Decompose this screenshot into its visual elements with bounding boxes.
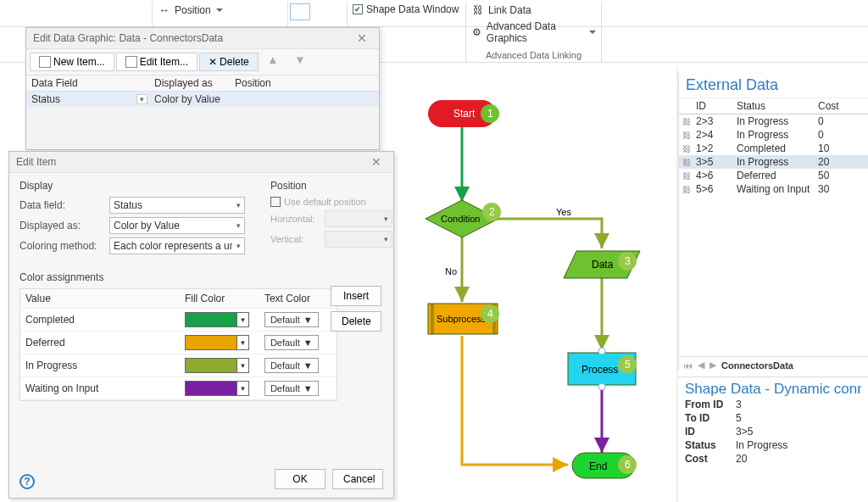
tab-label[interactable]: ConnectorsData xyxy=(721,360,793,371)
fill-color-swatch[interactable] xyxy=(185,312,237,327)
ribbon-group-link: ⛓ Link Data ⚙ Advanced Data Graphics xyxy=(466,2,602,26)
fill-color-swatch[interactable] xyxy=(185,358,237,373)
text-color-dropdown[interactable]: Default ▼ xyxy=(264,381,319,396)
ribbon-bar: ↔ Position Shape Data Window ⛓ Link Data… xyxy=(0,0,868,27)
drawing-canvas[interactable]: Start 1 Condition 2 Yes No Data 3 Subpro… xyxy=(398,66,678,502)
tab-prev-icon[interactable]: ◀ xyxy=(698,360,704,371)
external-data-tabs: ⏮ ◀ ▶ ConnectorsData xyxy=(678,356,868,373)
link-icon xyxy=(679,142,694,154)
fill-color-swatch[interactable] xyxy=(185,381,237,396)
assignment-row[interactable]: In Progress ▼ Default ▼ xyxy=(20,354,337,377)
svg-text:6: 6 xyxy=(625,459,631,471)
checkbox-on-icon xyxy=(353,4,363,14)
tab-first-icon[interactable]: ⏮ xyxy=(683,360,693,371)
delete-button[interactable]: Delete xyxy=(331,311,381,332)
svg-text:Condition: Condition xyxy=(441,214,480,224)
svg-point-23 xyxy=(598,348,605,354)
dialog-toolbar: New Item... Edit Item... ✕ Delete ▲ ▼ xyxy=(26,49,379,75)
col-position: Position xyxy=(235,77,271,89)
assignment-row[interactable]: Waiting on Input ▼ Default ▼ xyxy=(20,377,337,400)
move-up-button[interactable]: ▲ xyxy=(260,53,286,71)
close-button[interactable]: ✕ xyxy=(352,31,372,46)
tab-next-icon[interactable]: ▶ xyxy=(709,360,716,371)
shape-data-title: Shape Data - Dynamic conn xyxy=(685,381,861,398)
delete-button[interactable]: ✕ Delete xyxy=(199,53,259,71)
link-icon: ⛓ xyxy=(471,3,485,17)
ribbon-group-position: ↔ Position xyxy=(153,2,288,26)
svg-point-24 xyxy=(598,383,605,390)
position-section-title: Position xyxy=(270,180,398,192)
fill-color-swatch[interactable] xyxy=(185,335,237,350)
color-assignments-table: Value Fill Color Text Color Completed ▼ … xyxy=(19,288,337,401)
ribbon-group-show xyxy=(288,2,348,26)
insert-button[interactable]: Insert xyxy=(331,286,381,306)
dialog-titlebar: Edit Data Graphic: Data - ConnectorsData… xyxy=(26,28,379,49)
edit-item-button[interactable]: Edit Item... xyxy=(116,53,198,71)
svg-text:3: 3 xyxy=(625,255,631,267)
external-data-row[interactable]: 4>6Deferred50 xyxy=(679,169,868,182)
external-data-row[interactable]: 1>2Completed10 xyxy=(679,142,868,155)
col-displayedas: Displayed as xyxy=(154,77,235,89)
link-icon xyxy=(679,129,694,141)
chevron-down-icon[interactable]: ▾ xyxy=(136,94,147,104)
delete-icon: ✕ xyxy=(209,56,217,68)
advanced-data-graphics-dropdown[interactable]: ⚙ Advanced Data Graphics xyxy=(466,19,601,46)
position-label: Position xyxy=(175,4,211,16)
grid-header: Data Field Displayed as Position xyxy=(26,75,379,92)
vertical-label: Vertical: xyxy=(270,234,320,244)
new-item-button[interactable]: New Item... xyxy=(30,53,114,71)
text-color-dropdown[interactable]: Default ▼ xyxy=(264,312,319,327)
dialog-title: Edit Data Graphic: Data - ConnectorsData xyxy=(33,32,223,44)
displayed-as-label: Displayed as: xyxy=(19,220,104,231)
move-down-button[interactable]: ▼ xyxy=(287,53,313,71)
data-field-dropdown[interactable]: Status▾ xyxy=(109,197,245,214)
svg-text:1: 1 xyxy=(487,108,493,120)
use-default-pos-checkbox[interactable]: Use default position xyxy=(270,197,398,207)
svg-text:End: End xyxy=(589,460,607,472)
close-button[interactable]: ✕ xyxy=(366,154,387,170)
link-icon xyxy=(679,156,694,168)
external-data-row[interactable]: 2>3In Progress0 xyxy=(679,114,868,128)
cell-field: Status xyxy=(31,93,60,105)
link-icon xyxy=(679,183,694,195)
cancel-button[interactable]: Cancel xyxy=(332,469,383,489)
external-data-row[interactable]: 2>4In Progress0 xyxy=(679,128,868,142)
position-dropdown[interactable]: ↔ Position xyxy=(153,2,287,19)
assignment-value: In Progress xyxy=(25,360,185,371)
help-icon[interactable]: ? xyxy=(19,474,35,489)
coloring-method-dropdown[interactable]: Each color represents a unique value▾ xyxy=(109,237,245,254)
external-data-row[interactable]: 5>6Waiting on Input30 xyxy=(679,182,868,196)
fill-color-dropdown[interactable]: ▼ xyxy=(237,381,249,396)
shape-data-window-checkbox[interactable]: Shape Data Window xyxy=(348,2,465,17)
link-data-button[interactable]: ⛓ Link Data xyxy=(466,2,601,19)
ribbon-group-label: Advanced Data Linking xyxy=(486,50,581,60)
ok-button[interactable]: OK xyxy=(275,469,326,489)
ribbon-group-arrange xyxy=(0,2,153,26)
svg-text:2: 2 xyxy=(489,206,495,218)
flowchart-svg: Start 1 Condition 2 Yes No Data 3 Subpro… xyxy=(398,66,687,499)
edit-item-dialog: Edit Item ✕ Display Data field: Status▾ … xyxy=(8,151,394,499)
grid-row[interactable]: Status▾ Color by Value xyxy=(26,92,379,107)
svg-text:Data: Data xyxy=(592,259,614,271)
col-value: Value xyxy=(25,293,185,304)
text-color-dropdown[interactable]: Default ▼ xyxy=(264,358,319,373)
fill-color-dropdown[interactable]: ▼ xyxy=(237,358,249,373)
position-icon: ↔ xyxy=(158,3,171,17)
assignment-row[interactable]: Deferred ▼ Default ▼ xyxy=(20,332,337,354)
displayed-as-dropdown[interactable]: Color by Value▾ xyxy=(109,217,245,234)
fill-color-dropdown[interactable]: ▼ xyxy=(237,312,249,327)
shape-data-row: StatusIn Progress xyxy=(685,438,861,452)
data-graphic-icon[interactable] xyxy=(290,3,310,20)
assignment-row[interactable]: Completed ▼ Default ▼ xyxy=(20,309,337,332)
text-color-dropdown[interactable]: Default ▼ xyxy=(264,335,319,350)
edit-item-icon xyxy=(125,56,137,68)
external-data-row[interactable]: 3>5In Progress20 xyxy=(679,155,868,169)
data-field-label: Data field: xyxy=(19,199,104,211)
fill-color-dropdown[interactable]: ▼ xyxy=(237,335,249,350)
vertical-dropdown: ▾ xyxy=(325,231,392,248)
display-section-title: Display xyxy=(19,180,257,192)
chevron-down-icon xyxy=(589,31,596,34)
dialog-titlebar: Edit Item ✕ xyxy=(9,152,393,173)
ribbon-group-data: Shape Data Window xyxy=(348,2,466,26)
coloring-method-label: Coloring method: xyxy=(19,240,104,252)
